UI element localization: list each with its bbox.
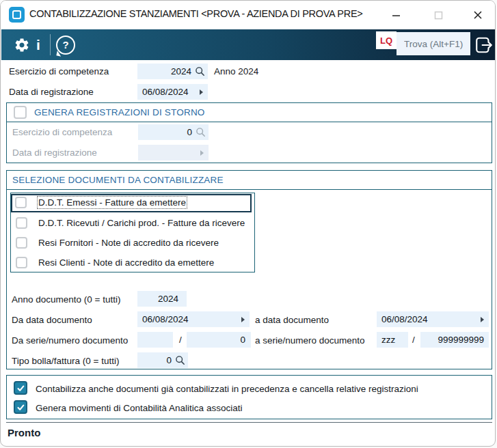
storno-esercizio-label: Esercizio di competenza xyxy=(12,127,112,137)
info-icon: i xyxy=(36,37,40,53)
esercizio-field[interactable]: 2024 xyxy=(137,64,208,79)
doc-row-resi-clienti[interactable]: Resi Clienti - Note di accredito da emet… xyxy=(12,254,252,272)
storno-title: GENERA REGISTRAZIONI DI STORNO xyxy=(34,107,205,117)
search-lookup-icon[interactable] xyxy=(175,355,185,365)
tipo-bolla-field[interactable]: 0 xyxy=(137,352,188,368)
selezione-title: SELEZIONE DOCUMENTI DA CONTABILIZZARE xyxy=(12,175,224,185)
serie-separator: / xyxy=(412,335,415,345)
toolbar-divider xyxy=(50,34,51,55)
data-registrazione-field[interactable]: 06/08/2024 xyxy=(137,84,208,100)
titlebar: CONTABILIZZAZIONE STANZIAMENTI <PROVA - … xyxy=(1,1,495,29)
a-numero-field[interactable]: 999999999 xyxy=(420,332,489,348)
da-data-label: Da data documento xyxy=(12,315,92,325)
app-window: CONTABILIZZAZIONE STANZIAMENTI <PROVA - … xyxy=(0,0,496,447)
date-dropdown-icon[interactable] xyxy=(200,89,203,95)
help-button[interactable]: ? xyxy=(56,29,75,60)
search-lookup-icon[interactable] xyxy=(195,66,205,76)
storno-esercizio-field[interactable]: 0 xyxy=(138,124,209,140)
minimize-icon xyxy=(392,11,401,20)
storno-groupbox: GENERA REGISTRAZIONI DI STORNO Esercizio… xyxy=(6,102,492,163)
resi-clienti-checkbox[interactable] xyxy=(16,257,27,268)
anno-documento-label: Anno documento (0 = tutti) xyxy=(12,294,120,305)
check-icon xyxy=(16,384,25,393)
minimize-button[interactable] xyxy=(385,6,407,24)
genera-movimenti-checkbox[interactable] xyxy=(14,400,27,414)
da-serie-label: Da serie/numero documento xyxy=(12,335,128,346)
a-data-label: a data documento xyxy=(255,315,329,325)
selezione-header: SELEZIONE DOCUMENTI DA CONTABILIZZARE xyxy=(7,171,492,190)
doc-row-resi-fornitori[interactable]: Resi Fornitori - Note di accredito da ri… xyxy=(12,234,252,253)
da-serie-field[interactable] xyxy=(137,332,173,348)
options-box: Contabilizza anche documenti già contabi… xyxy=(6,375,492,419)
lq-badge: LQ xyxy=(376,31,397,49)
storno-data-label: Data di registrazione xyxy=(12,148,97,158)
check-icon xyxy=(16,403,25,412)
settings-button[interactable] xyxy=(12,29,32,60)
da-numero-field[interactable]: 0 xyxy=(187,332,251,348)
info-button[interactable]: i xyxy=(31,29,45,60)
anno-documento-field[interactable]: 2024 xyxy=(137,291,187,307)
doc-row-ddt-ricevuti[interactable]: D.D.T. Ricevuti / Carichi prod. - Fattur… xyxy=(12,214,252,233)
resi-fornitori-checkbox[interactable] xyxy=(16,237,27,249)
ddt-emessi-checkbox[interactable] xyxy=(15,197,27,208)
document-type-list: D.D.T. Emessi - Fatture da emettere D.D.… xyxy=(10,193,255,272)
a-serie-label: a serie/numero documento xyxy=(255,335,365,346)
serie-separator: / xyxy=(179,335,182,345)
toolbar: i ? LQ xyxy=(1,29,496,60)
storno-data-field xyxy=(138,145,209,160)
storno-checkbox[interactable] xyxy=(14,106,27,119)
exit-button[interactable] xyxy=(473,29,495,60)
maximize-icon xyxy=(434,11,443,20)
maximize-button[interactable] xyxy=(427,6,449,24)
date-dropdown-icon xyxy=(200,150,204,156)
date-dropdown-icon[interactable] xyxy=(481,317,484,322)
storno-header: GENERA REGISTRAZIONI DI STORNO xyxy=(7,103,492,122)
da-data-field[interactable]: 06/08/2024 xyxy=(137,311,250,327)
a-serie-field[interactable]: zzz xyxy=(377,332,408,348)
exit-arrow-icon xyxy=(474,36,494,55)
data-registrazione-label: Data di registrazione xyxy=(9,87,94,97)
contabilizza-anche-label: Contabilizza anche documenti già contabi… xyxy=(36,384,418,394)
statusbar-divider xyxy=(6,422,492,423)
status-message: Pronto xyxy=(8,427,40,438)
search-lookup-icon xyxy=(196,127,206,137)
window-title: CONTABILIZZAZIONE STANZIAMENTI <PROVA - … xyxy=(29,8,362,19)
date-dropdown-icon[interactable] xyxy=(241,317,245,322)
help-icon: ? xyxy=(56,36,75,55)
esercizio-label: Esercizio di competenza xyxy=(9,66,109,76)
genera-movimenti-label: Genera movimenti di Contabilità Analitic… xyxy=(36,403,242,413)
anno-note: Anno 2024 xyxy=(214,66,258,76)
tipo-bolla-label: Tipo bolla/fattura (0 = tutti) xyxy=(12,356,119,366)
ddt-ricevuti-checkbox[interactable] xyxy=(16,217,27,229)
contabilizza-anche-checkbox[interactable] xyxy=(14,381,27,395)
app-logo-icon xyxy=(9,7,25,23)
close-button[interactable] xyxy=(467,6,489,24)
search-input[interactable] xyxy=(397,32,470,55)
doc-row-ddt-emessi[interactable]: D.D.T. Emessi - Fatture da emettere xyxy=(11,194,252,212)
gear-icon xyxy=(14,37,30,53)
close-icon xyxy=(473,10,483,20)
a-data-field[interactable]: 06/08/2024 xyxy=(377,311,489,327)
